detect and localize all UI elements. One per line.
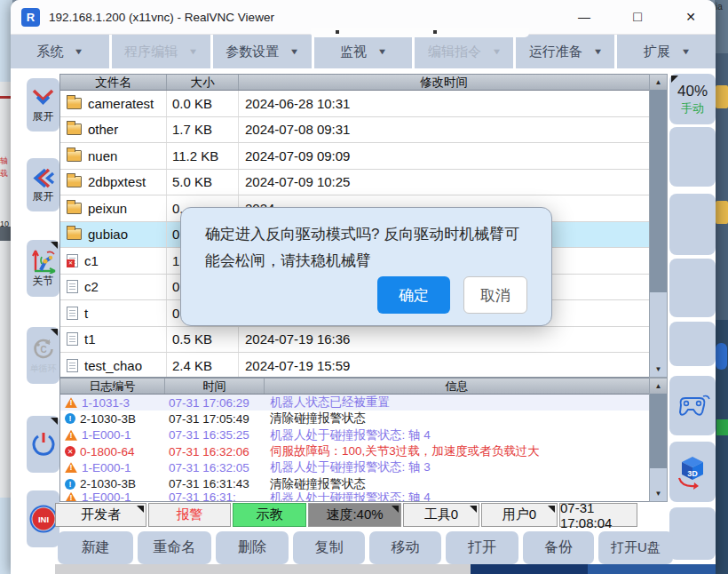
column-header-size[interactable]: 大小 <box>167 75 239 90</box>
desktop-fragment-text: 载 <box>0 169 11 178</box>
status-teach-mode[interactable]: 示教 <box>233 503 306 527</box>
expand-down-button[interactable]: 展开 <box>27 78 59 132</box>
screen: 轴 载 10 ia R 192.168.1.200 (x11vnc) - Rea… <box>0 0 728 574</box>
desktop-folder-icon <box>716 85 728 108</box>
speed-mode-panel[interactable]: 40% 手动 <box>669 74 716 124</box>
info-icon <box>65 413 75 424</box>
expand-left-button[interactable]: 展开 <box>27 158 59 211</box>
file-row[interactable]: t1 0.5 KB 2024-07-19 16:36 <box>60 327 649 354</box>
scrollbar-thumb[interactable] <box>650 90 667 292</box>
file-row[interactable]: cameratest 0.0 KB 2024-06-28 10:31 <box>60 91 649 117</box>
scroll-up-icon[interactable]: ▲ <box>650 379 667 394</box>
joint-mode-button[interactable]: 关节 <box>27 240 59 297</box>
folder-icon <box>67 124 82 135</box>
file-table-scrollbar[interactable]: ▲ ▼ <box>649 74 668 378</box>
document-icon <box>67 359 78 372</box>
speed-value: 40% <box>677 83 708 100</box>
controller-button[interactable] <box>669 376 716 435</box>
warning-icon <box>65 397 77 408</box>
rename-button[interactable]: 重命名 <box>138 531 211 564</box>
column-header-log-id[interactable]: 日志编号 <box>60 379 165 394</box>
log-row[interactable]: 0-1800-64 07-31 16:32:06 伺服故障码：100,关节3过载… <box>60 443 649 459</box>
file-name: t1 <box>84 331 96 347</box>
backup-button[interactable]: 备份 <box>523 531 594 564</box>
column-header-log-time[interactable]: 时间 <box>165 379 265 394</box>
maximize-button[interactable]: □ <box>618 0 657 34</box>
log-row[interactable]: 2-1030-3B 07-31 17:05:49 清除碰撞报警状态 <box>60 411 649 427</box>
file-size: 5.0 KB <box>167 170 239 195</box>
empty-panel <box>669 194 716 255</box>
desktop-fragment <box>0 96 11 99</box>
menu-bar: 系统▼ 程序编辑▼ 参数设置▼ 监视▼ 编辑指令▼ 运行准备▼ 扩展▼ <box>11 35 716 68</box>
file-row[interactable]: other 1.7 KB 2024-07-08 09:31 <box>60 117 649 144</box>
empty-panel <box>669 507 716 560</box>
scroll-down-icon[interactable]: ▼ <box>650 362 667 377</box>
menu-item-monitor[interactable]: 监视▼ <box>314 35 413 68</box>
game-controller-icon <box>674 391 711 421</box>
status-user-mode[interactable]: 开发者 <box>55 503 146 527</box>
status-user-frame[interactable]: 用户0 <box>481 503 558 527</box>
copy-button[interactable]: 复制 <box>293 531 365 564</box>
desktop-fragment <box>0 227 11 241</box>
move-button[interactable]: 移动 <box>369 531 441 564</box>
status-alarm[interactable]: 报警 <box>148 503 231 527</box>
log-row[interactable]: 2-1030-3B 07-31 16:31:43 清除碰撞报警状态 <box>60 475 649 491</box>
menu-item-run-preparation[interactable]: 运行准备▼ <box>516 35 614 68</box>
menu-item-program-edit[interactable]: 程序编辑▼ <box>112 35 210 68</box>
file-row[interactable]: nuen 11.2 KB 2024-07-09 09:09 <box>60 143 649 170</box>
new-button[interactable]: 新建 <box>58 531 133 564</box>
open-button[interactable]: 打开 <box>446 531 518 564</box>
file-name: c1 <box>84 253 99 268</box>
delete-button[interactable]: 删除 <box>216 531 289 564</box>
vnc-toolbar-tab[interactable] <box>311 28 529 37</box>
file-row[interactable]: test_chao 2.4 KB 2024-07-19 15:59 <box>60 353 649 378</box>
log-table-header: 日志编号 时间 信息 <box>60 379 649 395</box>
close-button[interactable]: ✕ <box>671 0 710 34</box>
open-usb-button[interactable]: 打开U盘 <box>598 531 673 564</box>
ini-label: INI <box>37 514 48 524</box>
log-table: 日志编号 时间 信息 1-1031-3 07-31 17:06:29 机器人状态… <box>59 378 649 502</box>
status-speed[interactable]: 速度:40% <box>308 503 401 527</box>
desktop-fragment-text: ia <box>716 2 728 12</box>
menu-item-edit-command[interactable]: 编辑指令▼ <box>415 35 513 68</box>
power-button[interactable] <box>27 416 59 473</box>
file-name: 2dbpxtest <box>88 174 146 189</box>
error-icon <box>65 446 75 457</box>
log-row[interactable]: 1-E000-1 07-31 16:32:05 机器人处于碰撞报警状态: 轴 3 <box>60 459 649 475</box>
single-cycle-button[interactable]: C 单循环 <box>27 327 59 384</box>
status-tool[interactable]: 工具0 <box>403 503 479 527</box>
log-table-scrollbar[interactable]: ▲ ▼ <box>649 378 668 502</box>
menu-item-extension[interactable]: 扩展▼ <box>617 35 716 68</box>
scroll-up-icon[interactable]: ▲ <box>650 75 667 90</box>
log-row[interactable]: 1-E000-1 07-31 16:35:25 机器人处于碰撞报警状态: 轴 4 <box>60 427 649 443</box>
minimize-button[interactable]: — <box>565 0 604 34</box>
column-header-modified[interactable]: 修改时间 <box>239 75 649 90</box>
file-name: t <box>84 306 88 321</box>
double-chevron-down-icon <box>31 87 55 109</box>
log-row[interactable]: 1-1031-3 07-31 17:06:29 机器人状态已经被重置 <box>60 395 649 411</box>
chevron-down-icon: ▼ <box>492 47 502 56</box>
file-row[interactable]: 2dbpxtest 5.0 KB 2024-07-09 10:25 <box>60 170 649 196</box>
chevron-down-icon: ▼ <box>377 47 388 56</box>
file-name: other <box>88 122 118 137</box>
menu-item-system[interactable]: 系统▼ <box>11 35 109 68</box>
column-header-log-info[interactable]: 信息 <box>265 379 649 394</box>
folder-icon <box>67 203 82 214</box>
menu-item-parameter-settings[interactable]: 参数设置▼ <box>213 35 312 68</box>
confirm-button[interactable]: 确定 <box>377 276 450 314</box>
file-time: 2024-06-28 10:31 <box>239 91 649 116</box>
scroll-down-icon[interactable]: ▼ <box>650 486 667 501</box>
desktop-folder-icon <box>716 201 728 224</box>
file-size: 2.4 KB <box>167 353 239 378</box>
ini-icon: INI <box>29 505 58 533</box>
document-icon <box>67 280 78 293</box>
single-cycle-icon: C <box>32 338 55 361</box>
cancel-button[interactable]: 取消 <box>463 276 527 314</box>
realvnc-window: R 192.168.1.200 (x11vnc) - RealVNC Viewe… <box>11 0 716 574</box>
desktop-fragment <box>716 419 728 435</box>
scrollbar-thumb[interactable] <box>650 394 667 468</box>
empty-panel <box>669 322 716 366</box>
power-icon <box>29 430 58 458</box>
view-3d-button[interactable]: 3D <box>669 442 716 502</box>
column-header-filename[interactable]: 文件名 <box>60 75 167 90</box>
